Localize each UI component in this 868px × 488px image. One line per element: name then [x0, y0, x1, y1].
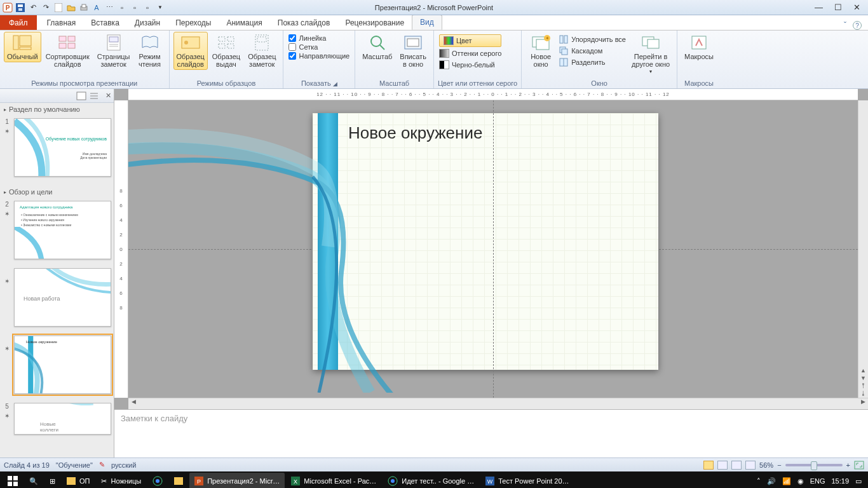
view-reading-button[interactable]: Режим чтения [135, 32, 165, 70]
open-icon[interactable] [66, 3, 76, 13]
tab-design[interactable]: Дизайн [127, 16, 168, 30]
bw-button[interactable]: Черно-белый [439, 60, 501, 70]
split-button[interactable]: Разделить [559, 57, 626, 67]
view-notes-button[interactable]: Страницы заметок [94, 32, 133, 70]
thumb-tab-slides-icon[interactable] [76, 92, 86, 100]
slide-canvas[interactable]: Новое окружение [128, 100, 858, 398]
grid-checkbox[interactable]: Сетка [288, 43, 349, 51]
status-view-slideshow-icon[interactable] [745, 461, 756, 470]
taskbar-search-icon[interactable]: 🔍 [24, 473, 43, 488]
zoom-out-icon[interactable]: − [777, 461, 781, 469]
redo-icon[interactable]: ↷ [41, 3, 51, 13]
notes-master-button[interactable]: Образец заметок [245, 32, 279, 70]
tab-review[interactable]: Рецензирование [337, 16, 412, 30]
zoom-button[interactable]: Масштаб [359, 32, 395, 62]
taskbar-item-excel[interactable]: XMicrosoft Excel - Рас… [286, 473, 381, 488]
close-icon[interactable]: ✕ [853, 3, 860, 12]
macros-button[interactable]: Макросы [681, 32, 717, 62]
scroll-right-icon[interactable]: ▶ [858, 398, 868, 409]
tab-view[interactable]: Вид [412, 15, 442, 30]
taskbar-item-powerpoint[interactable]: PПрезентация2 - Micr… [189, 473, 285, 488]
tab-slideshow[interactable]: Показ слайдов [270, 16, 338, 30]
arrange-all-button[interactable]: Упорядочить все [559, 34, 626, 44]
new-window-button[interactable]: ✶ Новое окно [526, 32, 556, 70]
vertical-scrollbar[interactable]: ▲ ▼ ⭱ ⭳ [858, 100, 868, 398]
qat-btn2-icon[interactable]: ▫ [130, 3, 140, 13]
tray-clock[interactable]: 15:19 [831, 477, 849, 485]
horizontal-scrollbar[interactable]: ◀ ▶ [128, 398, 868, 409]
taskbar-item-word[interactable]: WТест Power Point 20… [480, 473, 574, 488]
horizontal-ruler[interactable]: 12 · · 11 · · 10 · · 9 · · 8 · · 7 · · 6… [128, 89, 858, 100]
fit-to-window-icon[interactable] [854, 461, 864, 470]
taskbar-item-op[interactable]: ОП [62, 473, 95, 488]
print-preview-icon[interactable] [79, 3, 89, 13]
thumbnail-1[interactable]: 1✶ Обучение новых сотрудниковИмя докладч… [3, 118, 111, 177]
section-header-2[interactable]: Обзор и цели [3, 186, 111, 198]
grayscale-button[interactable]: Оттенки серого [439, 48, 501, 58]
guides-checkbox[interactable]: Направляющие [288, 52, 349, 60]
section-header-1[interactable]: Раздел по умолчанию [3, 103, 111, 116]
next-slide-icon[interactable]: ⭳ [860, 390, 866, 396]
tab-animations[interactable]: Анимация [219, 16, 269, 30]
thumb-tab-outline-icon[interactable] [89, 92, 99, 100]
status-zoom-value[interactable]: 56% [759, 461, 773, 469]
view-sorter-button[interactable]: Сортировщик слайдов [43, 32, 93, 70]
tab-insert[interactable]: Вставка [83, 16, 127, 30]
slide-master-button[interactable]: Образец слайдов [173, 32, 208, 70]
switch-window-button[interactable]: Перейти в другое окно▾ [628, 32, 673, 77]
spellcheck-icon[interactable]: ✎ [99, 461, 105, 469]
tab-transitions[interactable]: Переходы [168, 16, 219, 30]
vertical-ruler[interactable]: 864202468 [114, 100, 128, 398]
help-icon[interactable]: ? [853, 21, 862, 30]
scroll-down-icon[interactable]: ▼ [860, 375, 866, 381]
start-button[interactable] [3, 473, 23, 488]
cascade-button[interactable]: Каскадом [559, 46, 626, 56]
tray-wifi-icon[interactable]: ◉ [797, 477, 804, 485]
thumbnail-5[interactable]: 5✶ Новые коллеги [3, 403, 111, 435]
minimize-icon[interactable]: — [815, 3, 823, 12]
tray-chevron-icon[interactable]: ˄ [757, 477, 761, 485]
status-view-sorter-icon[interactable] [717, 461, 728, 470]
thumb-close-icon[interactable]: ✕ [105, 92, 111, 100]
qat-more-icon[interactable]: ⋯ [104, 3, 114, 13]
new-icon[interactable] [53, 3, 64, 13]
quick-print-icon[interactable]: A [92, 3, 102, 13]
taskbar-item-chrome1[interactable] [147, 473, 168, 488]
tray-lang[interactable]: ENG [810, 477, 825, 485]
tab-home[interactable]: Главная [39, 16, 84, 30]
prev-slide-icon[interactable]: ⭱ [860, 383, 866, 389]
ribbon-minimize-icon[interactable]: ˇ [844, 21, 846, 30]
taskbar-taskview-icon[interactable]: ⊞ [44, 473, 60, 488]
maximize-icon[interactable]: ☐ [834, 3, 842, 12]
tray-notifications-icon[interactable]: ▭ [855, 477, 862, 485]
save-icon[interactable] [15, 3, 25, 13]
notes-pane[interactable]: Заметки к слайду [114, 409, 868, 458]
ruler-checkbox[interactable]: Линейка [288, 34, 349, 42]
thumbnail-4[interactable]: 4✶ Новое окружение [3, 336, 111, 394]
fit-window-button[interactable]: Вписать в окно [397, 32, 430, 70]
thumbnail-3[interactable]: 3✶ Новая работа [3, 268, 111, 327]
status-view-reading-icon[interactable] [731, 461, 742, 470]
taskbar-item-chrome2[interactable]: Идет тест.. - Google … [383, 473, 479, 488]
qat-btn3-icon[interactable]: ▫ [142, 3, 153, 13]
thumbnail-2[interactable]: 2✶ Адаптация нового сотрудника• Ознакомл… [3, 201, 111, 259]
qat-btn-icon[interactable]: ▫ [117, 3, 127, 13]
zoom-in-icon[interactable]: + [846, 461, 850, 469]
view-normal-button[interactable]: Обычный [4, 32, 41, 62]
status-language[interactable]: русский [111, 461, 136, 469]
qat-dropdown-icon[interactable]: ▼ [155, 3, 165, 13]
status-view-normal-icon[interactable] [703, 461, 714, 470]
tray-volume-icon[interactable]: 🔊 [767, 477, 776, 485]
zoom-slider[interactable] [785, 464, 843, 466]
slide-title[interactable]: Новое окружение [348, 123, 482, 143]
taskbar-item-snip[interactable]: ✂Ножницы [96, 473, 146, 488]
tab-file[interactable]: Файл [0, 15, 37, 30]
taskbar-item-explorer[interactable] [169, 473, 188, 488]
handout-master-button[interactable]: Образец выдач [209, 32, 243, 70]
tray-network-icon[interactable]: 📶 [782, 477, 791, 485]
undo-icon[interactable]: ↶ [28, 3, 38, 13]
scroll-left-icon[interactable]: ◀ [128, 398, 139, 409]
color-button[interactable]: Цвет [439, 34, 501, 47]
scroll-up-icon[interactable]: ▲ [860, 367, 866, 374]
slide[interactable]: Новое окружение [313, 113, 658, 370]
